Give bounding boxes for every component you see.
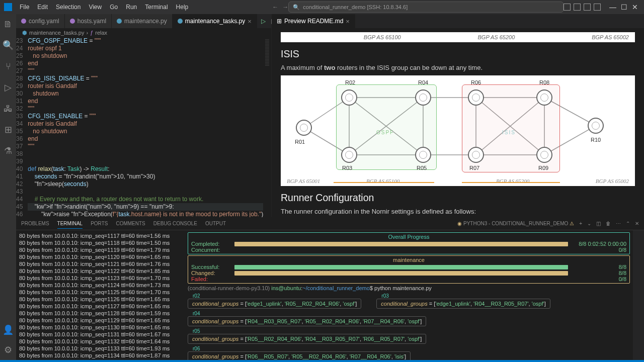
- minimize-icon[interactable]: —: [608, 3, 618, 11]
- router-r08: [536, 89, 552, 106]
- tab-config[interactable]: config.yaml: [16, 14, 65, 28]
- tab-label: config.yaml: [29, 18, 59, 25]
- changed-bar: [234, 271, 568, 276]
- more-icon[interactable]: ⋯: [616, 219, 621, 228]
- editor-group-left: config.yaml hosts.yaml maintenance.py ma…: [16, 14, 272, 217]
- menu-view[interactable]: View: [85, 2, 105, 13]
- menu-terminal[interactable]: Terminal: [141, 2, 171, 13]
- layout-icon[interactable]: [584, 4, 591, 11]
- chevron-down-icon[interactable]: ⌄: [587, 219, 591, 228]
- maximize-panel-icon[interactable]: ⌃: [626, 219, 630, 228]
- menu-run[interactable]: Run: [122, 2, 140, 13]
- router-r07: [468, 147, 484, 163]
- layout-icon[interactable]: [574, 4, 581, 11]
- menu-file[interactable]: File: [16, 2, 33, 13]
- chevron-right-icon: ›: [86, 30, 88, 36]
- code-editor[interactable]: 2324252627282930313233343536373839404142…: [16, 37, 271, 217]
- network-diagram: R01 R02 R03 R04 R05 R06 R07 R08 R09 R10: [281, 75, 635, 186]
- completed-label: Completed:: [191, 241, 231, 247]
- tab-maintenance-tasks[interactable]: maintenance_tasks.py×: [173, 14, 257, 28]
- terminal-ping-output[interactable]: 80 bytes from 10.0.0.10: icmp_seq=1117 t…: [16, 230, 185, 360]
- isis-description: A maximum of two routers in the ISIS gro…: [281, 64, 635, 71]
- breadcrumb-item[interactable]: relax: [95, 30, 107, 36]
- search-text: conditional_runner_demo [SSH: 10.8.34.6]: [303, 4, 408, 10]
- panel-tab-terminal[interactable]: TERMINAL: [57, 219, 83, 229]
- close-panel-icon[interactable]: ✕: [635, 219, 639, 228]
- layout-icon[interactable]: [594, 4, 601, 11]
- router-r03: [341, 147, 357, 163]
- markdown-preview[interactable]: BGP AS 65100 BGP AS 65200 BGP AS 65002 I…: [272, 28, 644, 217]
- router-label: R10: [591, 137, 601, 143]
- progress-title: Overall Progress: [191, 234, 626, 240]
- remote-icon[interactable]: 🖧: [2, 103, 14, 115]
- cg-item: r02conditional_groups = ['edge1_uplink',…: [188, 293, 361, 309]
- testing-icon[interactable]: ⚗: [2, 145, 14, 157]
- trash-icon[interactable]: 🗑: [606, 219, 611, 228]
- panel-tabs: PROBLEMS TERMINAL PORTS COMMENTS DEBUG C…: [16, 217, 644, 230]
- failed-bar: [234, 277, 568, 282]
- topology-lines: [281, 75, 635, 186]
- layout-icon[interactable]: [564, 4, 571, 11]
- close-icon[interactable]: ×: [346, 18, 350, 25]
- changed-stat: 8/8: [571, 270, 626, 276]
- code-content[interactable]: CFG_OSPF_ENABLE = """router ospf 1 no sh…: [28, 37, 263, 217]
- nav-forward-icon[interactable]: →: [282, 4, 288, 11]
- panel-tab-problems[interactable]: PROBLEMS: [21, 219, 49, 228]
- cg-item: r04conditional_groups = ['R04__R03_R05_R…: [188, 311, 426, 326]
- function-icon: ƒ: [90, 30, 93, 36]
- panel-tab-debug[interactable]: DEBUG CONSOLE: [153, 219, 197, 228]
- conditional-groups-grid: r02conditional_groups = ['edge1_uplink',…: [188, 293, 630, 360]
- panel-tab-ports[interactable]: PORTS: [91, 219, 108, 228]
- close-icon[interactable]: ×: [248, 18, 252, 25]
- activity-bar: 🗎 🔍 ⑂ ▷ 🖧 ⊞ ⚗ 👤 ⚙: [0, 14, 16, 360]
- failed-stat: 0/8: [571, 276, 626, 282]
- minimap[interactable]: [263, 37, 271, 217]
- close-icon[interactable]: ✕: [630, 3, 640, 11]
- explorer-icon[interactable]: 🗎: [2, 18, 14, 30]
- nav-back-icon[interactable]: ←: [272, 4, 278, 11]
- cg-item: r06conditional_groups = ['R06__R05_R07',…: [188, 346, 411, 360]
- tab-maintenance[interactable]: maintenance.py: [112, 14, 173, 28]
- maximize-icon[interactable]: ☐: [619, 3, 629, 11]
- concurrent-bar: [234, 248, 568, 252]
- overall-progress-box: Overall Progress Completed:8/8 0:02:52 0…: [188, 232, 630, 254]
- menu-edit[interactable]: Edit: [34, 2, 51, 13]
- accounts-icon[interactable]: 👤: [2, 324, 14, 336]
- extensions-icon[interactable]: ⊞: [2, 124, 14, 136]
- router-label: R04: [418, 79, 428, 85]
- editor-group-right: ⊞ Preview README.md × BGP AS 65100 BGP A…: [272, 14, 644, 217]
- bgp-label: BGP AS 65200: [478, 34, 515, 40]
- status-bar[interactable]: [0, 360, 644, 362]
- tab-preview-readme[interactable]: ⊞ Preview README.md ×: [272, 14, 355, 28]
- successful-stat: 8/8: [571, 264, 626, 270]
- terminal-badge[interactable]: ◉ python3 - conditional_runner_demo ⚠: [457, 219, 574, 228]
- menu-go[interactable]: Go: [106, 2, 121, 13]
- maint-title: maintenance: [191, 257, 626, 263]
- terminal-main-output[interactable]: Overall Progress Completed:8/8 0:02:52 0…: [185, 230, 633, 360]
- terminal-list-sidebar[interactable]: [633, 230, 644, 360]
- menu-help[interactable]: Help: [173, 2, 192, 13]
- split-terminal-icon[interactable]: ◫: [596, 219, 601, 228]
- preview-icon: ⊞: [277, 18, 282, 25]
- breadcrumb-item[interactable]: maintenance_tasks.py: [29, 30, 84, 36]
- changed-label: Changed:: [191, 270, 231, 276]
- menu-selection[interactable]: Selection: [52, 2, 84, 13]
- completed-bar: [234, 242, 568, 246]
- router-r10: [588, 118, 604, 134]
- panel-tab-comments[interactable]: COMMENTS: [116, 219, 145, 228]
- search-icon[interactable]: 🔍: [2, 39, 14, 51]
- cg-item: r05conditional_groups = ['R05__R02_R04_R…: [188, 328, 426, 344]
- run-debug-icon[interactable]: ▷: [2, 81, 14, 94]
- breadcrumb[interactable]: ⬢ maintenance_tasks.py › ƒ relax: [16, 28, 271, 37]
- panel-tab-output[interactable]: OUTPUT: [205, 219, 226, 228]
- source-control-icon[interactable]: ⑂: [2, 60, 14, 72]
- run-icon[interactable]: ▷: [261, 18, 266, 25]
- bgp-label: BGP AS 65100: [364, 34, 401, 40]
- settings-icon[interactable]: ⚙: [2, 344, 14, 356]
- router-label: R03: [342, 165, 352, 171]
- tab-hosts[interactable]: hosts.yaml: [65, 14, 112, 28]
- router-label: R01: [295, 139, 305, 145]
- new-terminal-icon[interactable]: +: [579, 219, 582, 228]
- ospf-label: OSPF: [376, 130, 394, 135]
- command-center[interactable]: 🔍 conditional_runner_demo [SSH: 10.8.34.…: [288, 2, 564, 13]
